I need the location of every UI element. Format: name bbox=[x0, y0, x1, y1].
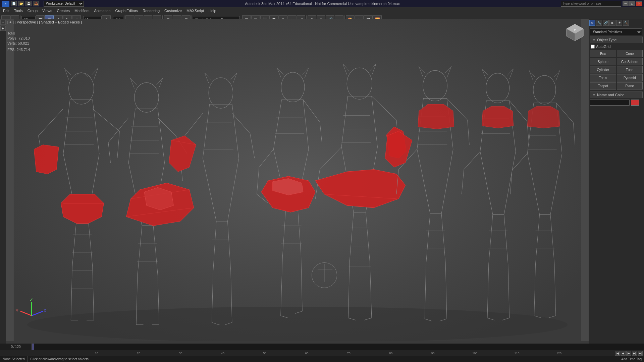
tick-110: 110 bbox=[496, 352, 538, 355]
status-line: None Selected Click or click-and-drag to… bbox=[0, 356, 644, 362]
autogrid-label: AutoGrid bbox=[596, 45, 610, 49]
timeline-ruler: 10 20 30 40 50 60 70 80 90 100 110 120 |… bbox=[0, 350, 644, 356]
name-color-header[interactable]: ▼ Name and Color bbox=[590, 92, 643, 98]
tick-20: 20 bbox=[118, 352, 160, 355]
left-toolbar: + ▶ bbox=[0, 19, 6, 344]
autogrid-checkbox[interactable] bbox=[591, 45, 595, 49]
cone-btn[interactable]: Cone bbox=[617, 50, 643, 57]
box-btn[interactable]: Box bbox=[590, 50, 616, 57]
menu-create[interactable]: Creates bbox=[54, 8, 72, 13]
modify-panel-btn[interactable]: 🔧 bbox=[596, 20, 602, 26]
workspace-dropdown[interactable]: Workspace: Default bbox=[44, 1, 84, 7]
app-logo: 3 bbox=[2, 1, 9, 7]
tick-40: 40 bbox=[202, 352, 244, 355]
import-btn[interactable]: 📥 bbox=[33, 1, 39, 6]
tick-120: 120 bbox=[538, 352, 580, 355]
add-time-tag-btn[interactable]: Add Time Tag bbox=[619, 357, 644, 361]
title-bar: 3 📄 📂 💾 📥 Workspace: Default Autodesk 3d… bbox=[0, 0, 644, 7]
primitive-type-dropdown[interactable]: Standard Primitives bbox=[590, 28, 642, 35]
window-controls: ─ □ ✕ bbox=[623, 1, 642, 6]
play-btn[interactable]: ▶ bbox=[626, 351, 631, 356]
viewport-nav-cube[interactable]: P bbox=[564, 21, 586, 44]
name-color-label: Name and Color bbox=[597, 93, 624, 97]
main-area: + ▶ [ + ] [ Perspective ] [ Shaded + Edg… bbox=[0, 19, 644, 344]
frame-counter: 0 / 120 bbox=[0, 344, 32, 350]
utilities-panel-btn[interactable]: 🔨 bbox=[623, 20, 629, 26]
svg-text:X: X bbox=[44, 308, 47, 313]
sphere-btn[interactable]: Sphere bbox=[590, 58, 616, 65]
tick-100: 100 bbox=[454, 352, 496, 355]
teapot-btn[interactable]: Teapot bbox=[590, 82, 616, 89]
hierarchy-panel-btn[interactable]: 🔗 bbox=[603, 20, 609, 26]
tick-10: 10 bbox=[75, 352, 117, 355]
object-type-buttons: Box Cone Sphere GeoSphere Cylinder Tube … bbox=[590, 50, 643, 89]
tick-90: 90 bbox=[412, 352, 454, 355]
viewport-scene[interactable]: X Y Z bbox=[6, 19, 589, 341]
tick-80: 80 bbox=[370, 352, 412, 355]
menu-rendering[interactable]: Rendering bbox=[140, 8, 162, 13]
next-frame-btn[interactable]: ▶| bbox=[632, 351, 637, 356]
create-panel-content: Standard Primitives ▼ Object Type AutoGr… bbox=[589, 27, 644, 107]
menu-graph-editors[interactable]: Graph Editors bbox=[113, 8, 140, 13]
tick-70: 70 bbox=[328, 352, 370, 355]
display-panel-btn[interactable]: 👁 bbox=[616, 20, 622, 26]
search-input[interactable] bbox=[561, 2, 621, 5]
menu-edit[interactable]: Edit bbox=[1, 8, 12, 13]
search-box bbox=[561, 1, 621, 7]
mini-playback-right: |◀ ◀ ▶ ▶| ▶| bbox=[613, 351, 644, 356]
cylinder-btn[interactable]: Cylinder bbox=[590, 66, 616, 73]
object-type-label: Object Type bbox=[597, 38, 617, 42]
go-end-btn[interactable]: ▶| bbox=[638, 351, 643, 356]
name-color-row bbox=[590, 100, 643, 106]
right-command-panel: ⊕ 🔧 🔗 ▶ 👁 🔨 Standard Primitives ▼ Object… bbox=[589, 19, 644, 344]
open-btn[interactable]: 📂 bbox=[18, 1, 24, 6]
ruler-numbers: 10 20 30 40 50 60 70 80 90 100 110 120 bbox=[0, 352, 613, 355]
menu-modifiers[interactable]: Modifiers bbox=[72, 8, 92, 13]
geosphere-btn[interactable]: GeoSphere bbox=[617, 58, 643, 65]
menu-customize[interactable]: Customize bbox=[162, 8, 184, 13]
create-geo-btn[interactable]: + bbox=[0, 19, 6, 25]
collapse-arrow: ▼ bbox=[592, 38, 596, 42]
menu-views[interactable]: Views bbox=[40, 8, 54, 13]
tick-50: 50 bbox=[244, 352, 286, 355]
go-start-btn[interactable]: |◀ bbox=[615, 351, 620, 356]
timeline-handle[interactable] bbox=[32, 344, 34, 350]
close-btn[interactable]: ✕ bbox=[636, 1, 642, 6]
viewport-canvas[interactable]: [ + ] [ Perspective ] [ Shaded + Edged F… bbox=[6, 19, 589, 341]
timeline-slider[interactable] bbox=[32, 344, 644, 350]
minimize-btn[interactable]: ─ bbox=[623, 1, 629, 6]
maximize-btn[interactable]: □ bbox=[629, 1, 635, 6]
timeline-frame: 0 / 120 bbox=[0, 344, 644, 350]
new-file-btn[interactable]: 📄 bbox=[11, 1, 17, 6]
object-type-header[interactable]: ▼ Object Type bbox=[590, 37, 643, 43]
menu-maxscript[interactable]: MAXScript bbox=[184, 8, 206, 13]
svg-text:Y: Y bbox=[15, 308, 18, 313]
window-title: Autodesk 3ds Max 2014 x64 Educational - … bbox=[85, 2, 559, 6]
prev-frame-btn[interactable]: ◀ bbox=[621, 351, 626, 356]
tick-30: 30 bbox=[160, 352, 202, 355]
svg-text:Z: Z bbox=[30, 297, 33, 302]
object-name-input[interactable] bbox=[590, 100, 630, 106]
create-panel-btn[interactable]: ⊕ bbox=[589, 20, 595, 26]
menu-tools[interactable]: Tools bbox=[12, 8, 25, 13]
autogrid-row: AutoGrid bbox=[590, 45, 643, 49]
motion-panel-btn[interactable]: ▶ bbox=[609, 20, 615, 26]
tube-btn[interactable]: Tube bbox=[617, 66, 643, 73]
tick-60: 60 bbox=[286, 352, 328, 355]
save-btn[interactable]: 💾 bbox=[25, 1, 32, 6]
plane-btn[interactable]: Plane bbox=[617, 82, 643, 89]
menu-bar: Edit Tools Group Views Creates Modifiers… bbox=[0, 7, 644, 14]
menu-help[interactable]: Help bbox=[206, 8, 219, 13]
svg-text:P: P bbox=[574, 28, 576, 32]
bottom-status-area: 0 / 120 10 20 30 40 50 60 70 80 90 100 1… bbox=[0, 344, 644, 362]
menu-group[interactable]: Group bbox=[25, 8, 40, 13]
name-color-arrow: ▼ bbox=[592, 93, 596, 97]
menu-animation[interactable]: Animation bbox=[92, 8, 113, 13]
play-anim-btn[interactable]: ▶ bbox=[0, 25, 6, 31]
hint-status: Click or click-and-drag to select object… bbox=[28, 356, 619, 362]
object-color-swatch[interactable] bbox=[631, 100, 639, 106]
none-selected-status: None Selected bbox=[0, 356, 28, 362]
command-panel-icons: ⊕ 🔧 🔗 ▶ 👁 🔨 bbox=[589, 19, 644, 27]
torus-btn[interactable]: Torus bbox=[590, 74, 616, 81]
pyramid-btn[interactable]: Pyramid bbox=[617, 74, 643, 81]
